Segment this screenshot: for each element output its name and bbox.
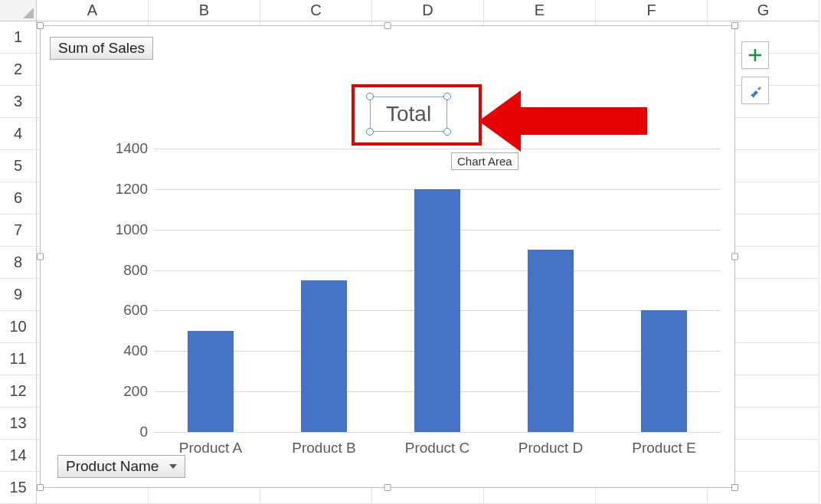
pivot-chart[interactable]: Sum of Sales Product Name 02004006008001… <box>40 25 735 488</box>
plot-area[interactable]: 0200400600800100012001400 Product AProdu… <box>100 149 721 432</box>
bar-series[interactable] <box>154 149 721 432</box>
resize-handle[interactable] <box>37 254 44 260</box>
resize-handle[interactable] <box>37 484 44 491</box>
y-axis-tick: 1200 <box>100 181 148 198</box>
col-header[interactable]: G <box>708 0 819 21</box>
y-axis-tick: 1000 <box>100 221 148 238</box>
chart-title[interactable]: Total <box>370 97 447 132</box>
plus-icon <box>747 47 763 63</box>
row-header[interactable]: 5 <box>0 150 37 182</box>
select-all-corner[interactable] <box>0 0 37 21</box>
resize-handle[interactable] <box>384 484 391 491</box>
row-header[interactable]: 12 <box>0 375 37 407</box>
axis-field-label: Product Name <box>66 458 159 475</box>
bar[interactable] <box>301 280 347 432</box>
col-header[interactable]: A <box>37 0 149 21</box>
row-header[interactable]: 3 <box>0 86 37 118</box>
row-header[interactable]: 2 <box>0 54 37 86</box>
bar[interactable] <box>414 189 460 432</box>
brush-icon <box>747 83 763 98</box>
col-header[interactable]: C <box>260 0 372 21</box>
chart-title-text: Total <box>386 102 431 126</box>
x-axis-label: Product D <box>494 440 607 457</box>
svg-marker-0 <box>479 90 647 152</box>
resize-handle[interactable] <box>731 254 738 260</box>
row-header[interactable]: 11 <box>0 343 37 375</box>
row-header[interactable]: 9 <box>0 279 37 311</box>
y-axis-tick: 1400 <box>100 140 148 157</box>
resize-handle[interactable] <box>731 22 738 29</box>
x-axis-label: Product A <box>154 440 267 457</box>
row-header[interactable]: 6 <box>0 182 37 214</box>
values-field-label: Sum of Sales <box>58 40 145 57</box>
resize-handle[interactable] <box>731 484 738 491</box>
row-header[interactable]: 10 <box>0 311 37 343</box>
tooltip-chart-area: Chart Area <box>451 152 518 170</box>
row-header[interactable]: 7 <box>0 214 37 247</box>
col-header[interactable]: E <box>484 0 596 21</box>
row-header[interactable]: 14 <box>0 440 37 472</box>
y-axis-tick: 800 <box>100 262 148 279</box>
title-resize-handle[interactable] <box>443 128 451 136</box>
row-header[interactable]: 15 <box>0 472 37 504</box>
x-axis-label: Product E <box>607 440 721 457</box>
y-axis-tick: 400 <box>100 342 148 359</box>
values-field-button[interactable]: Sum of Sales <box>50 37 153 60</box>
x-axis-label: Product B <box>267 440 381 457</box>
bar[interactable] <box>641 310 687 432</box>
axis-field-button[interactable]: Product Name <box>57 455 185 478</box>
annotation-arrow <box>479 90 647 152</box>
row-header[interactable]: 8 <box>0 247 37 279</box>
row-header[interactable]: 13 <box>0 407 37 440</box>
col-header[interactable]: F <box>596 0 708 21</box>
gridline <box>154 432 721 433</box>
chart-elements-button[interactable] <box>741 41 769 69</box>
col-header[interactable]: B <box>149 0 260 21</box>
title-resize-handle[interactable] <box>366 93 374 100</box>
bar[interactable] <box>188 331 234 432</box>
y-axis-tick: 600 <box>100 302 148 319</box>
title-resize-handle[interactable] <box>443 93 451 100</box>
chart-styles-button[interactable] <box>741 77 769 104</box>
y-axis-tick: 0 <box>100 424 148 440</box>
row-header[interactable]: 4 <box>0 118 37 150</box>
bar[interactable] <box>528 250 574 432</box>
row-header[interactable]: 1 <box>0 21 37 54</box>
x-axis-label: Product C <box>381 440 494 457</box>
y-axis-tick: 200 <box>100 383 148 400</box>
resize-handle[interactable] <box>384 22 391 29</box>
chevron-down-icon <box>169 464 177 469</box>
col-header[interactable]: D <box>372 0 484 21</box>
title-resize-handle[interactable] <box>366 128 374 136</box>
resize-handle[interactable] <box>37 22 44 29</box>
